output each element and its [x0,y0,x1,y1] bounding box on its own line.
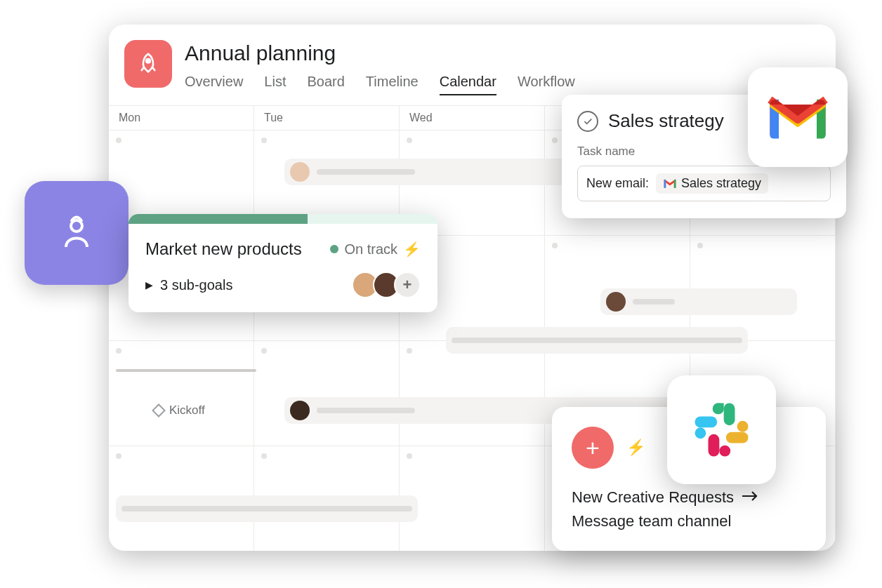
project-icon [124,40,172,88]
input-prefix: New email: [586,176,649,191]
svg-point-1 [71,220,82,232]
automation-line2: Message team channel [572,509,806,533]
date-dot [116,138,121,143]
milestone[interactable]: Kickoff [154,403,205,417]
project-header: Annual planning Overview List Board Time… [109,25,836,95]
task-name-input[interactable]: New email: Sales strategy [577,166,831,201]
complete-task-button[interactable] [577,111,598,132]
svg-rect-3 [674,180,676,188]
svg-rect-12 [695,417,718,428]
calendar-cell[interactable] [109,341,254,446]
lightning-icon: ⚡ [403,241,421,258]
email-pill[interactable]: Sales strategy [656,173,768,194]
date-dot [552,243,558,248]
date-dot [407,348,412,354]
project-tabs: Overview List Board Timeline Calendar Wo… [185,74,575,95]
day-mon: Mon [109,106,254,130]
add-member-button[interactable]: + [394,272,421,298]
date-dot [697,243,703,248]
date-dot [261,138,267,143]
subgoals-label: 3 sub-goals [160,277,232,293]
calendar-cell[interactable] [254,341,400,446]
date-dot [407,453,412,459]
svg-rect-6 [724,403,735,426]
slack-icon [688,396,755,463]
avatar [606,292,626,312]
event-placeholder [452,338,742,343]
goal-avatars: + [357,272,421,298]
milestone-divider [116,369,256,372]
svg-rect-10 [709,434,720,457]
tab-timeline[interactable]: Timeline [366,74,419,95]
goal-status: On track ⚡ [330,241,421,258]
svg-point-7 [713,403,724,415]
add-trigger-icon: + [572,427,614,469]
goal-progress-fill [129,214,308,224]
tab-board[interactable]: Board [307,74,344,95]
event-placeholder [121,506,412,512]
svg-rect-8 [726,432,749,443]
email-pill-label: Sales strategy [681,176,761,191]
calendar-event[interactable] [600,288,797,315]
tab-calendar[interactable]: Calendar [440,74,496,95]
goal-progress-bar [129,214,437,224]
gmail-mini-icon [663,178,677,189]
svg-point-9 [737,421,749,432]
check-icon [582,116,593,127]
svg-rect-2 [664,180,666,188]
lightning-icon: ⚡ [626,439,645,457]
day-tue: Tue [254,106,400,130]
tab-list[interactable]: List [264,74,286,95]
calendar-event[interactable] [116,495,418,522]
goal-person-icon [55,212,98,254]
svg-point-11 [719,446,730,457]
chevron-right-icon: ▶ [145,279,153,290]
date-dot [261,453,267,459]
goal-title: Market new products [145,239,302,259]
automation-line1: New Creative Requests [572,486,734,509]
diamond-icon [152,403,166,417]
event-placeholder [633,299,675,305]
goal-card[interactable]: Market new products On track ⚡ ▶ 3 sub-g… [129,214,437,312]
event-placeholder [317,169,415,175]
svg-point-13 [695,427,706,439]
subgoals-toggle[interactable]: ▶ 3 sub-goals [145,277,232,293]
project-title: Annual planning [185,41,575,65]
date-dot [261,348,267,354]
slack-integration-badge[interactable] [667,375,776,484]
event-placeholder [317,408,415,413]
day-wed: Wed [400,106,545,130]
task-title: Sales strategy [608,110,724,132]
avatar [290,162,310,182]
svg-point-0 [146,59,150,63]
tab-workflow[interactable]: Workflow [518,74,575,95]
calendar-event[interactable] [446,327,748,354]
date-dot [116,348,121,354]
date-dot [407,138,412,143]
arrow-right-icon [741,484,759,509]
milestone-label: Kickoff [169,403,205,417]
date-dot [116,453,121,459]
rocket-icon [136,52,160,76]
tab-overview[interactable]: Overview [185,74,243,95]
gmail-icon [764,92,831,142]
calendar-cell[interactable] [400,446,545,551]
gmail-integration-badge[interactable] [748,67,848,167]
goal-status-label: On track [344,241,397,258]
calendar-cell[interactable] [400,341,545,446]
goals-app-badge[interactable] [25,181,129,285]
date-dot [552,138,558,143]
avatar [290,401,310,420]
status-dot-icon [330,245,338,253]
